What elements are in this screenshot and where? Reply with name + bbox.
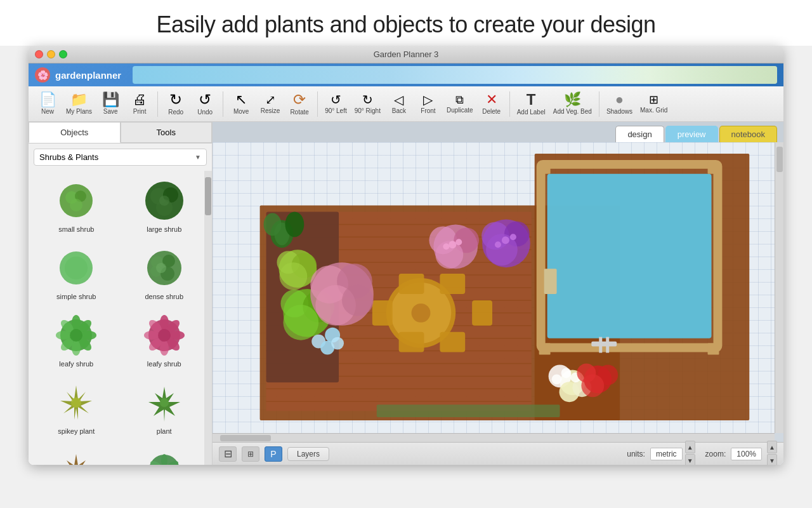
category-dropdown[interactable]: Shrubs & Plants ▼ — [34, 149, 207, 166]
simple-shrub-icon — [54, 246, 98, 290]
toolbar-delete[interactable]: ✕ Delete — [478, 89, 506, 119]
delete-icon: ✕ — [486, 93, 497, 107]
toolbar-add-veg-bed[interactable]: 🌿 Add Veg. Bed — [550, 89, 595, 119]
print-icon: 🖨 — [133, 93, 147, 107]
toolbar-front[interactable]: ▷ Front — [414, 89, 442, 119]
toolbar-rotate[interactable]: ⟳ Rotate — [285, 89, 313, 119]
paragraph-icon[interactable]: P — [265, 446, 282, 462]
toolbar-undo[interactable]: ↺ Undo — [191, 89, 219, 119]
svg-point-117 — [443, 243, 449, 250]
plant-item-fern[interactable]: plant — [122, 443, 207, 465]
add-label-icon: T — [527, 92, 536, 107]
svg-point-11 — [65, 257, 88, 279]
toolbar-rotate-left[interactable]: ↺ 90° Left — [322, 89, 350, 119]
toolbar-my-plans[interactable]: 📁 My Plans — [63, 89, 95, 119]
view-tabs: design preview notebook — [213, 122, 783, 142]
toolbar-rotate-right[interactable]: ↻ 90° Right — [351, 89, 384, 119]
toolbar-back-label: Back — [392, 107, 406, 115]
toolbar-duplicate[interactable]: ⧉ Duplicate — [443, 89, 476, 119]
toolbar-max-grid-label: Max. Grid — [640, 107, 667, 114]
svg-point-122 — [502, 236, 509, 244]
toolbar-new[interactable]: 📄 New — [34, 89, 62, 119]
divider-5 — [599, 91, 599, 117]
toolbar-add-label[interactable]: T Add Label — [514, 89, 549, 119]
sidebar-scrollbar[interactable] — [204, 171, 212, 465]
duplicate-icon: ⧉ — [455, 94, 464, 105]
plant-item-dense-shrub[interactable]: dense shrub — [122, 241, 207, 305]
canvas-container — [213, 142, 783, 442]
plant-item-small-shrub[interactable]: small shrub — [34, 173, 119, 238]
svg-point-110 — [342, 284, 374, 316]
resize-icon: ⤢ — [265, 93, 276, 106]
redo-icon: ↻ — [169, 92, 182, 107]
zoom-up-button[interactable]: ▲ — [767, 441, 777, 453]
svg-rect-86 — [399, 332, 424, 352]
svg-point-3 — [70, 199, 82, 211]
plant-item-star[interactable]: plant — [122, 375, 207, 440]
view-tab-design[interactable]: design — [615, 126, 664, 142]
dense-shrub-label: dense shrub — [145, 293, 183, 300]
svg-point-37 — [158, 329, 171, 342]
plant-item-simple-shrub[interactable]: simple shrub — [34, 241, 119, 305]
toolbar-shadows-label: Shadows — [606, 108, 632, 116]
svg-point-17 — [156, 263, 166, 273]
view-tab-notebook[interactable]: notebook — [719, 126, 778, 142]
maximize-button[interactable] — [59, 50, 67, 58]
units-down-button[interactable]: ▼ — [685, 454, 695, 465]
toolbar-resize[interactable]: ⤢ Resize — [256, 89, 284, 119]
bottom-scroll-thumb[interactable] — [220, 435, 271, 441]
plant-item-spikey[interactable]: spikey plant — [34, 375, 119, 440]
zoom-down-button[interactable]: ▼ — [767, 454, 777, 465]
move-icon: ↖ — [235, 93, 247, 107]
right-scrollbar[interactable] — [775, 142, 783, 433]
svg-rect-60 — [591, 342, 617, 347]
toolbar-max-grid[interactable]: ⊞ Max. Grid — [637, 89, 671, 119]
svg-rect-136 — [377, 404, 560, 417]
plant-item-leafy-shrub-red[interactable]: leafy shrub — [122, 308, 207, 373]
view-tab-preview[interactable]: preview — [665, 126, 718, 142]
right-content: design preview notebook — [213, 122, 783, 465]
plant-item-large-shrub[interactable]: large shrub — [122, 173, 207, 238]
svg-point-105 — [331, 337, 344, 350]
toolbar-move-label: Move — [233, 108, 249, 116]
toolbar-shadows[interactable]: ● Shadows — [603, 89, 636, 119]
undo-icon: ↺ — [199, 92, 211, 107]
svg-point-124 — [495, 241, 501, 248]
toolbar-rotate-left-label: 90° Left — [325, 107, 347, 115]
sidebar-scroll-thumb[interactable] — [205, 177, 211, 215]
plant-item-dark-star[interactable]: plant — [34, 443, 119, 465]
toolbar-delete-label: Delete — [482, 108, 501, 116]
grid-icon-1[interactable]: ⊟ — [219, 446, 237, 462]
sidebar-tab-tools[interactable]: Tools — [121, 122, 213, 143]
canvas-row — [213, 142, 783, 433]
save-icon: 💾 — [102, 93, 119, 107]
layers-button[interactable]: Layers — [287, 447, 329, 461]
minimize-button[interactable] — [47, 50, 55, 58]
toolbar-save[interactable]: 💾 Save — [96, 89, 124, 119]
grid-icon-2[interactable]: ⊞ — [242, 446, 259, 462]
toolbar-print[interactable]: 🖨 Print — [126, 89, 154, 119]
svg-point-116 — [455, 239, 462, 245]
canvas-area[interactable] — [213, 142, 775, 433]
svg-point-27 — [70, 329, 82, 342]
leafy-shrub-red-icon — [142, 313, 187, 358]
toolbar-back[interactable]: ◁ Back — [385, 89, 413, 119]
close-button[interactable] — [35, 50, 43, 58]
back-icon: ◁ — [394, 93, 403, 106]
svg-rect-87 — [440, 332, 465, 352]
right-scroll-thumb[interactable] — [776, 147, 783, 172]
svg-rect-62 — [606, 337, 609, 353]
sidebar-tab-objects[interactable]: Objects — [29, 122, 121, 143]
toolbar-new-label: New — [41, 108, 54, 116]
garden-canvas — [213, 142, 775, 433]
units-up-button[interactable]: ▲ — [685, 441, 695, 453]
large-shrub-label: large shrub — [147, 225, 181, 233]
plant-item-leafy-shrub-green[interactable]: leafy shrub — [34, 308, 119, 373]
zoom-label: zoom: — [705, 450, 726, 458]
plant-star-label: plant — [157, 427, 172, 435]
toolbar-move[interactable]: ↖ Move — [227, 89, 255, 119]
toolbar-rotate-label: Rotate — [290, 109, 308, 116]
toolbar-redo[interactable]: ↻ Redo — [162, 89, 190, 119]
units-control: metric ▲ ▼ — [650, 441, 695, 465]
svg-point-115 — [449, 241, 456, 248]
